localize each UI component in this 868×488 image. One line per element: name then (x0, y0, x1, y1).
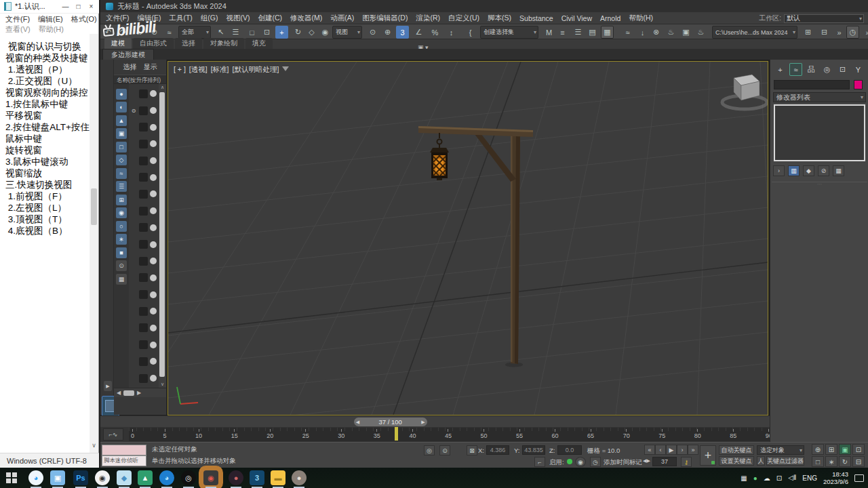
schematic-view-icon[interactable]: ↓ (636, 26, 649, 39)
menu-item[interactable]: 动画(A) (330, 14, 354, 23)
z-coordinate-field[interactable]: 0.0 (557, 445, 582, 455)
zoom-extents-all-button[interactable]: ⊡ (852, 444, 865, 455)
container-icon[interactable]: ⊞ (802, 26, 814, 39)
time-tag-clock-icon[interactable]: ◷ (590, 457, 601, 467)
viewport-pov-menu[interactable]: [透视] (189, 65, 208, 75)
reference-coordinate-dropdown[interactable]: 视图 (332, 26, 362, 39)
key-mode-icon[interactable]: ⌐ (534, 457, 545, 467)
taskbar-green-app[interactable]: ▲ (138, 470, 153, 485)
taskbar-3dsmax[interactable]: 3 (250, 470, 264, 485)
display-geometry-icon[interactable]: ● (116, 89, 127, 100)
time-slider-track[interactable]: ◀ 37 / 100 ▶ (100, 415, 868, 427)
set-keys-key-icon[interactable]: ⚷ (681, 457, 692, 467)
menu-item[interactable]: 图形编辑器(D) (362, 14, 408, 23)
notepad-menu-item[interactable]: 格式(O) (71, 14, 97, 24)
taskbar-photoshop[interactable]: Ps (73, 470, 88, 485)
object-state-dot[interactable] (150, 190, 157, 197)
rendered-frame-window-icon[interactable]: ▣ (679, 26, 692, 39)
named-sets-dropdown[interactable]: 创建选择集 (480, 26, 538, 39)
add-create-button[interactable]: + (700, 445, 716, 466)
transform-gizmo-icon[interactable]: ⊠ (467, 445, 477, 455)
selection-region-icon[interactable]: □ (245, 26, 258, 39)
tab-display[interactable]: ⊡ (836, 63, 849, 76)
menu-item[interactable]: Civil View (561, 14, 592, 22)
walkthrough-icon[interactable]: 人 (757, 456, 765, 466)
zoom-extents-button[interactable]: ▣ (839, 444, 851, 455)
tab-motion[interactable]: ◎ (821, 63, 833, 76)
configure-modifier-sets-button[interactable]: ▦ (833, 165, 844, 176)
explorer-list-item[interactable] (129, 136, 159, 152)
mirror-icon[interactable]: M (542, 26, 555, 39)
pin-stack-button[interactable]: › (773, 165, 785, 176)
display-containers-icon[interactable]: ⊞ (116, 195, 127, 205)
select-and-move-icon[interactable]: + (275, 26, 288, 39)
autobackup-icon[interactable]: ◷ (846, 26, 859, 39)
redo-icon[interactable]: ↷ (117, 26, 130, 39)
remove-modifier-button[interactable]: ⊘ (818, 165, 829, 176)
snaps-toggle-icon[interactable]: 3 (396, 26, 409, 39)
notepad-scrollbar[interactable]: ∨ (90, 34, 98, 453)
select-and-rotate-icon[interactable]: ↻ (292, 26, 304, 39)
close-button[interactable]: × (86, 3, 96, 10)
explorer-list-item[interactable] (129, 186, 159, 203)
explorer-scroll-thumb[interactable] (159, 92, 165, 377)
select-object-icon[interactable]: ↖ (214, 26, 227, 39)
explorer-list-item[interactable] (129, 152, 159, 169)
explorer-settings-icon[interactable]: ▦ (116, 274, 127, 285)
go-to-end-button[interactable]: » (688, 445, 698, 455)
ribbon-tab-modeling[interactable]: 建模 (104, 38, 132, 49)
selection-filter-dropdown[interactable]: 全部 (178, 26, 211, 39)
menu-item[interactable]: 自定义(U) (448, 14, 479, 23)
taskbar-dark-app[interactable]: ● (229, 470, 243, 485)
menu-item[interactable]: 渲染(R) (416, 14, 440, 23)
display-shapes-icon[interactable]: ◐ (116, 102, 127, 113)
ribbon-tab-selection[interactable]: 选择 (175, 38, 202, 49)
per-view-filter-icon[interactable] (282, 66, 289, 71)
workspace-dropdown[interactable]: 默认 (784, 14, 864, 23)
object-state-dot[interactable] (150, 140, 157, 147)
explorer-list-item[interactable] (129, 169, 159, 186)
explorer-list-item[interactable] (129, 236, 159, 253)
object-state-dot[interactable] (150, 174, 157, 181)
tab-modify[interactable]: ≈ (789, 63, 802, 76)
start-button[interactable] (6, 472, 17, 483)
add-time-tag[interactable]: 添加时间标记 (604, 458, 642, 467)
show-end-result-button[interactable]: ▥ (788, 165, 800, 176)
explorer-hscroll-thumb[interactable] (123, 390, 134, 396)
scroll-up-icon[interactable]: ∧ (159, 85, 166, 90)
object-state-dot[interactable] (150, 358, 157, 365)
select-and-scale-icon[interactable]: ◇ (305, 26, 318, 39)
track-bar[interactable]: ⌐∿ 0510152025303540455055606570758085909… (100, 427, 868, 442)
explorer-list-item[interactable] (129, 353, 159, 370)
taskbar-quark-browser[interactable]: ◕ (28, 470, 43, 485)
current-frame-field[interactable]: 37 (652, 457, 677, 466)
notepad-menu-item[interactable]: 编辑(E) (38, 14, 63, 24)
menu-item[interactable]: 创建(C) (258, 14, 283, 23)
y-coordinate-field[interactable]: 43.835 (522, 445, 545, 455)
object-state-dot[interactable] (150, 258, 157, 264)
object-state-dot[interactable] (150, 224, 157, 231)
explorer-list-item[interactable] (129, 336, 159, 353)
explorer-lock-icon[interactable]: ⊙ (116, 260, 127, 271)
object-state-dot[interactable] (150, 157, 157, 164)
menu-item[interactable]: Arnold (600, 14, 620, 22)
display-bones-icon[interactable]: ◉ (116, 207, 127, 218)
menu-item[interactable]: 帮助(H) (629, 14, 653, 23)
explorer-list-item[interactable] (129, 253, 159, 270)
set-key-button[interactable]: 设置关键点 (719, 456, 754, 466)
ribbon-toggle-icon[interactable]: ▦ (601, 26, 614, 39)
taskbar-obs[interactable]: ◎ (181, 470, 196, 485)
expand-panel-button[interactable]: ▶ (104, 381, 112, 391)
explorer-list-item[interactable] (129, 370, 159, 387)
record-toggle-icon[interactable]: ◉ (575, 457, 586, 467)
ribbon-tab-object-paint[interactable]: 对象绘制 (203, 38, 244, 49)
edit-named-sets-icon[interactable]: { (464, 26, 477, 39)
notepad-text-area[interactable]: 视窗的认识与切换视窗的种类及快捷键 1.透视图（P） 2.正交视图（U）视窗观察… (0, 34, 90, 444)
tray-clock[interactable]: 18:43 2023/9/6 (823, 470, 848, 485)
tray-green-icon[interactable]: ● (753, 474, 757, 482)
explorer-horizontal-scrollbar[interactable]: ◀ ▶ (114, 388, 166, 397)
render-icon[interactable]: ♨ (694, 26, 707, 39)
object-color-swatch[interactable] (854, 80, 863, 89)
taskbar-edge[interactable]: ◕ (159, 470, 174, 485)
render-setup-icon[interactable]: ♨ (665, 26, 677, 39)
